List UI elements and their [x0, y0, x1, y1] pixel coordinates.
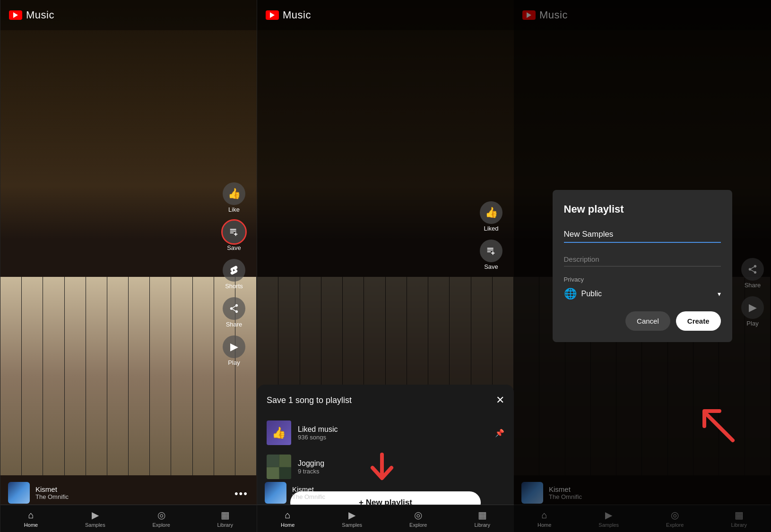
explore-icon-1: ◎	[157, 509, 165, 521]
save-icon-1	[223, 221, 245, 243]
home-label-1: Home	[24, 522, 38, 528]
liked-music-thumb: 👍	[267, 420, 291, 445]
chevron-down-icon: ▾	[718, 290, 721, 298]
nav-library-2[interactable]: ▦ Library	[474, 509, 490, 528]
jc1	[267, 455, 279, 467]
key	[193, 277, 214, 475]
home-icon-2: ⌂	[285, 510, 291, 521]
save-button-1[interactable]: Save	[220, 218, 248, 254]
share-button-1[interactable]: Share	[220, 294, 248, 331]
liked-music-info: Liked music 936 songs	[298, 425, 488, 441]
shorts-button-1[interactable]: Shorts	[220, 256, 248, 292]
create-button[interactable]: Create	[676, 311, 721, 331]
shorts-icon-1	[223, 259, 245, 282]
nav-samples-1[interactable]: ▶ Samples	[85, 509, 105, 528]
shorts-label-1: Shorts	[225, 283, 243, 290]
explore-icon-2: ◎	[414, 509, 422, 521]
key	[171, 277, 192, 475]
nav-home-1[interactable]: ⌂ Home	[24, 510, 38, 528]
close-sheet-button[interactable]: ✕	[496, 394, 504, 406]
nav-home-2[interactable]: ⌂ Home	[281, 510, 295, 528]
privacy-select[interactable]: 🌐 Public ▾	[564, 288, 721, 300]
modal-overlay: New playlist Privacy 🌐 Public ▾ Cancel C…	[514, 0, 771, 532]
nav-explore-1[interactable]: ◎ Explore	[152, 509, 170, 528]
samples-icon-2: ▶	[348, 509, 355, 521]
new-playlist-modal: New playlist Privacy 🌐 Public ▾ Cancel C…	[553, 190, 732, 342]
home-icon-1: ⌂	[28, 510, 34, 521]
modal-title: New playlist	[564, 203, 721, 215]
jogging-name: Jogging	[298, 459, 504, 468]
track-info-2: Kismet The Omnific	[265, 482, 325, 504]
modal-actions: Cancel Create	[564, 311, 721, 331]
nav-samples-2[interactable]: ▶ Samples	[342, 509, 362, 528]
jogging-sub: 9 tracks	[298, 468, 504, 475]
jogging-thumb	[267, 455, 291, 479]
key	[129, 277, 150, 475]
more-button-1[interactable]: •••	[234, 488, 248, 500]
save-label-2: Save	[484, 263, 498, 270]
playlist-description-input[interactable]	[564, 252, 721, 266]
track-thumb-img-2	[265, 482, 286, 504]
track-artist-1: The Omnific	[35, 493, 69, 500]
jogging-item[interactable]: Jogging 9 tracks	[267, 450, 504, 484]
cancel-button[interactable]: Cancel	[625, 311, 670, 331]
nav-explore-2[interactable]: ◎ Explore	[409, 509, 427, 528]
jc2	[279, 455, 292, 467]
sheet-header: Save 1 song to playlist ✕	[267, 394, 504, 406]
header-title-1: Music	[26, 9, 54, 21]
sidebar-actions-1: 👍 Like Save Shorts	[220, 180, 248, 369]
panel-1: Music 👍 Like Save Shorts	[0, 0, 257, 532]
liked-label-2: Liked	[484, 225, 498, 232]
save-icon-2	[480, 240, 502, 262]
track-thumbnail-2	[265, 482, 286, 504]
play-icon-1: ▶	[223, 335, 245, 358]
library-label-2: Library	[474, 522, 490, 528]
library-icon-1: ▦	[221, 509, 230, 521]
bottom-nav-2: ⌂ Home ▶ Samples ◎ Explore ▦ Library	[257, 505, 514, 532]
playlist-name-input[interactable]	[564, 227, 721, 243]
bottom-nav-1: ⌂ Home ▶ Samples ◎ Explore ▦ Library	[0, 505, 257, 532]
liked-icon-2: 👍	[480, 201, 502, 224]
save-action-2: Save	[477, 237, 505, 273]
home-label-2: Home	[281, 522, 295, 528]
play-button-1[interactable]: ▶ Play	[220, 333, 248, 369]
liked-music-sub: 936 songs	[298, 434, 488, 441]
explore-label-1: Explore	[152, 522, 170, 528]
track-thumbnail-1	[8, 482, 30, 504]
privacy-value: Public	[581, 290, 713, 298]
panel-2: Music 👍 Liked Save Save 1 song to playli…	[257, 0, 514, 532]
key	[107, 277, 129, 475]
header-2: Music	[257, 0, 514, 30]
yt-logo-2: Music	[266, 9, 311, 21]
jogging-info: Jogging 9 tracks	[298, 459, 504, 475]
track-text-1: Kismet The Omnific	[35, 485, 69, 500]
library-label-1: Library	[217, 522, 234, 528]
yt-logo-1: Music	[9, 9, 54, 21]
piano-keys-1	[0, 277, 257, 475]
jc4	[279, 467, 292, 480]
key	[86, 277, 107, 475]
track-title-2: Kismet	[292, 485, 325, 493]
liked-action-2: 👍 Liked	[477, 198, 505, 235]
liked-music-item[interactable]: 👍 Liked music 936 songs 📌	[267, 416, 504, 450]
track-info-1: Kismet The Omnific	[8, 482, 69, 504]
library-icon-2: ▦	[478, 509, 487, 521]
liked-music-name: Liked music	[298, 425, 488, 434]
key	[65, 277, 86, 475]
nav-library-1[interactable]: ▦ Library	[217, 509, 234, 528]
sheet-title: Save 1 song to playlist	[267, 395, 352, 405]
save-label-1: Save	[227, 244, 241, 251]
key	[0, 277, 22, 475]
track-artist-2: The Omnific	[292, 493, 325, 500]
share-label-1: Share	[226, 321, 243, 328]
key	[43, 277, 64, 475]
header-1: Music	[0, 0, 257, 30]
track-thumb-img-1	[8, 482, 30, 504]
key	[22, 277, 43, 475]
track-title-1: Kismet	[35, 485, 69, 493]
explore-label-2: Explore	[409, 522, 427, 528]
like-button-1[interactable]: 👍 Like	[220, 180, 248, 216]
samples-label-2: Samples	[342, 522, 362, 528]
like-label-1: Like	[228, 206, 240, 213]
share-icon-1	[223, 297, 245, 320]
